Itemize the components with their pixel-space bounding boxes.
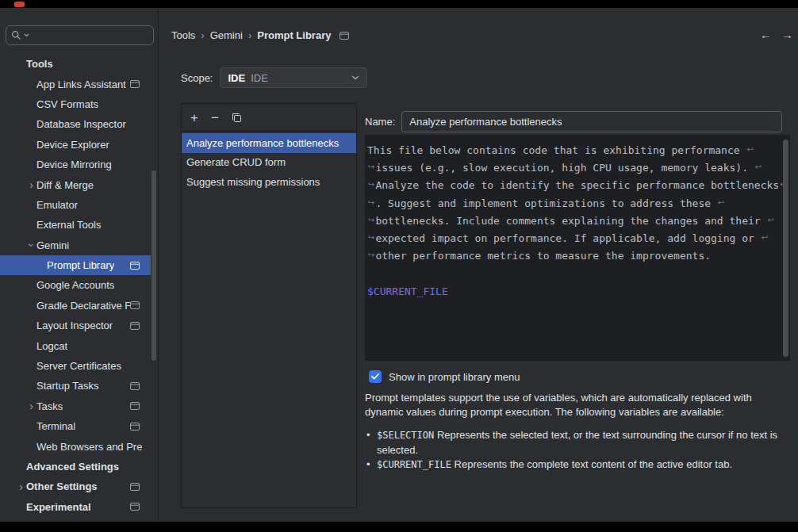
- prompt-template-editor[interactable]: This file below contains code that is ex…: [365, 135, 790, 361]
- search-box[interactable]: [6, 25, 154, 45]
- remove-prompt-button[interactable]: −: [209, 109, 221, 126]
- editor-line: ↪issues (e.g., slow execution, high CPU …: [367, 159, 779, 176]
- prompt-list-item[interactable]: Generate CRUD form: [182, 153, 356, 173]
- window-badge-icon: [130, 503, 140, 511]
- scope-select[interactable]: IDE IDE: [220, 67, 367, 88]
- editor-line-text: This file below contains code that is ex…: [367, 144, 746, 156]
- sidebar-item-device-explorer[interactable]: ›Device Explorer: [0, 135, 151, 155]
- sidebar-item-label: External Tools: [36, 219, 101, 231]
- sidebar-item-gradle-declarative-f[interactable]: ›Gradle Declarative F: [0, 296, 151, 316]
- soft-wrap-icon: ↪: [367, 233, 375, 242]
- sidebar-item-prompt-library[interactable]: ›Prompt Library: [0, 255, 151, 275]
- sidebar-scrollbar[interactable]: [152, 170, 156, 361]
- soft-wrap-icon: ↩: [754, 163, 762, 171]
- plus-icon: +: [190, 111, 198, 124]
- show-in-menu-checkbox[interactable]: [369, 370, 382, 383]
- scope-row: Scope: IDE IDE: [181, 67, 367, 88]
- duplicate-prompt-button[interactable]: [230, 111, 244, 124]
- sidebar-item-other-settings[interactable]: ›Other Settings: [0, 477, 151, 496]
- sidebar-item-label: Device Explorer: [36, 139, 109, 151]
- sidebar-item-web-browsers-and-pre[interactable]: ›Web Browsers and Pre: [0, 436, 151, 456]
- editor-scrollbar[interactable]: [783, 140, 788, 357]
- editor-line-text: bottlenecks. Include comments explaining…: [375, 215, 766, 227]
- settings-content: Tools › Gemini › Prompt Library ← → Scop…: [159, 8, 798, 522]
- sidebar-item-advanced-settings[interactable]: ›Advanced Settings: [0, 457, 151, 477]
- settings-search-input[interactable]: [32, 29, 148, 42]
- variable-description: Represents the selected text, or the tex…: [377, 429, 777, 456]
- soft-wrap-icon: ↩: [766, 216, 774, 224]
- sidebar-item-server-certificates[interactable]: ›Server Certificates: [0, 356, 151, 376]
- editor-lines: This file below contains code that is ex…: [367, 141, 779, 300]
- variables-list: •$SELECTION Represents the selected text…: [366, 428, 798, 473]
- breadcrumb-item-gemini[interactable]: Gemini: [210, 29, 243, 41]
- name-label: Name:: [365, 116, 395, 128]
- editor-line-text: expected impact on performance. If appli…: [375, 232, 760, 244]
- forward-button[interactable]: →: [781, 28, 793, 41]
- window-badge-icon: [130, 402, 140, 410]
- editor-variable-line: $CURRENT_FILE: [367, 282, 779, 300]
- sidebar-item-diff-merge[interactable]: ›Diff & Merge: [0, 174, 151, 194]
- breadcrumb: Tools › Gemini › Prompt Library: [171, 29, 349, 41]
- prompt-list-item[interactable]: Suggest missing permissions: [182, 172, 356, 192]
- soft-wrap-icon: ↪: [367, 180, 375, 189]
- editor-line: This file below contains code that is ex…: [367, 141, 779, 159]
- search-history-chevron-icon[interactable]: [24, 33, 29, 37]
- show-in-menu-row[interactable]: Show in prompt library menu: [369, 370, 520, 383]
- variable-token: $CURRENT_FILE: [377, 459, 451, 470]
- sidebar-item-label: Terminal: [36, 420, 75, 432]
- sidebar-item-label: Web Browsers and Pre: [36, 441, 142, 453]
- settings-tree: ›Tools›App Links Assistant›CSV Formats›D…: [0, 54, 151, 517]
- prompt-list-item[interactable]: Analyze performance bottlenecks: [182, 133, 356, 153]
- variable-item: •$CURRENT_FILE Represents the complete t…: [366, 457, 798, 473]
- editor-line: ↪. Suggest and implement optimizations t…: [367, 194, 779, 212]
- top-bar: [0, 0, 798, 8]
- sidebar-item-gemini[interactable]: ›Gemini: [0, 235, 151, 255]
- search-icon: [11, 30, 21, 40]
- sidebar-item-emulator[interactable]: ›Emulator: [0, 195, 151, 215]
- sidebar-item-label: Google Accounts: [36, 279, 114, 291]
- breadcrumb-item-tools[interactable]: Tools: [171, 29, 195, 41]
- add-prompt-button[interactable]: +: [189, 109, 200, 126]
- sidebar-item-device-mirroring[interactable]: ›Device Mirroring: [0, 155, 151, 174]
- chevron-icon[interactable]: ›: [26, 179, 36, 190]
- sidebar-item-label: Diff & Merge: [36, 179, 94, 191]
- soft-wrap-icon: ↩: [761, 233, 769, 242]
- sidebar-item-label: App Links Assistant: [36, 78, 126, 90]
- sidebar-item-terminal[interactable]: ›Terminal: [0, 416, 151, 436]
- variable-item: •$SELECTION Represents the selected text…: [366, 428, 798, 457]
- sidebar-item-layout-inspector[interactable]: ›Layout Inspector: [0, 316, 151, 335]
- soft-wrap-icon: ↪: [367, 198, 375, 207]
- chevron-icon[interactable]: ›: [26, 240, 37, 251]
- soft-wrap-icon: ↪: [367, 163, 375, 171]
- sidebar-item-label: Advanced Settings: [26, 461, 119, 473]
- sidebar-item-app-links-assistant[interactable]: ›App Links Assistant: [0, 74, 151, 94]
- sidebar-item-tasks[interactable]: ›Tasks: [0, 396, 151, 416]
- editor-line-text: . Suggest and implement optimizations to…: [375, 197, 716, 209]
- variables-description: Prompt templates support the use of vari…: [365, 391, 773, 419]
- prompt-list-toolbar: + −: [182, 104, 356, 132]
- chevron-icon[interactable]: ›: [16, 481, 26, 492]
- sidebar-item-logcat[interactable]: ›Logcat: [0, 335, 151, 355]
- window-badge-icon: [130, 80, 140, 88]
- sidebar-item-database-inspector[interactable]: ›Database Inspector: [0, 114, 151, 134]
- show-in-menu-label[interactable]: Show in prompt library menu: [389, 371, 520, 383]
- back-button[interactable]: ←: [760, 28, 772, 41]
- prompt-name-input[interactable]: [401, 111, 782, 132]
- sidebar-item-external-tools[interactable]: ›External Tools: [0, 215, 151, 235]
- soft-wrap-icon: ↪: [367, 216, 375, 224]
- editor-line: ↪other performance metrics to measure th…: [367, 247, 779, 265]
- minus-icon: −: [211, 111, 219, 124]
- history-nav: ← →: [760, 28, 793, 41]
- sidebar-item-label: Device Mirroring: [36, 159, 112, 170]
- editor-line-text: other performance metrics to measure the…: [375, 250, 711, 262]
- sidebar-item-startup-tasks[interactable]: ›Startup Tasks: [0, 376, 151, 396]
- sidebar-item-experimental[interactable]: ›Experimental: [0, 497, 151, 517]
- window-badge-icon: [130, 483, 140, 491]
- prompt-list: Analyze performance bottlenecksGenerate …: [182, 132, 356, 192]
- chevron-icon[interactable]: ›: [26, 400, 36, 411]
- prompt-list-panel: + − Analyze performance bottlenecksGener…: [181, 103, 357, 508]
- sidebar-item-csv-formats[interactable]: ›CSV Formats: [0, 94, 151, 114]
- sidebar-item-tools[interactable]: ›Tools: [0, 54, 151, 74]
- sidebar-item-google-accounts[interactable]: ›Google Accounts: [0, 275, 151, 295]
- soft-wrap-icon: ↪: [367, 251, 375, 259]
